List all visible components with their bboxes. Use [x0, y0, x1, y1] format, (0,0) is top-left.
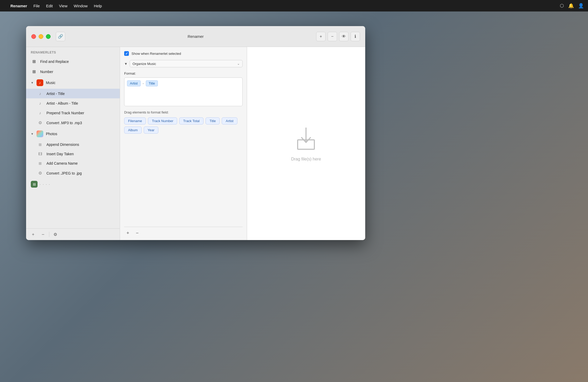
- maximize-button[interactable]: [46, 34, 51, 39]
- convert-jpeg-icon: ⚙: [37, 171, 43, 176]
- menubar-help[interactable]: Help: [94, 4, 102, 8]
- chain-icon: 🔗: [58, 34, 63, 39]
- menubar-window[interactable]: Window: [74, 4, 87, 8]
- sidebar-item-find-replace[interactable]: ⊞ Find and Replace: [26, 56, 120, 67]
- convert-mp3-icon: ⚙: [37, 120, 43, 125]
- format-separator-dash: -: [142, 80, 145, 86]
- drag-token-year[interactable]: Year: [144, 127, 158, 134]
- drop-zone[interactable]: Drag file(s) here: [291, 126, 321, 162]
- sidebar-add-icon: ＋: [31, 232, 35, 237]
- menubar-edit[interactable]: Edit: [46, 4, 53, 8]
- organize-music-dropdown[interactable]: Organize Music ⌄: [130, 60, 243, 67]
- show-when-row: ✓ Show when Renamerlet selected: [124, 51, 243, 56]
- format-field[interactable]: Artist - Title: [124, 77, 243, 106]
- sidebar-group-music[interactable]: ▼ ♪ Music: [26, 77, 120, 89]
- sidebar-group-label-photos: Photos: [46, 132, 57, 136]
- center-remove-button[interactable]: −: [134, 230, 141, 236]
- menubar-file[interactable]: File: [33, 4, 40, 8]
- drag-token-track-number[interactable]: Track Number: [148, 117, 177, 124]
- window-title: Renamer: [188, 34, 204, 39]
- titlebar-right-buttons: + − 👁 ℹ: [316, 32, 360, 41]
- sidebar-item-label-convert-jpeg: Convert .JPEG to .jpg: [46, 171, 82, 175]
- sidebar-item-convert-mp3[interactable]: ⚙ Convert .MP3 to .mp3: [26, 118, 120, 128]
- drop-zone-icon: [293, 126, 319, 152]
- sidebar-item-artist-album-title[interactable]: ♪ Artist - Album - Title: [26, 98, 120, 108]
- right-panel: Drag file(s) here: [247, 47, 365, 240]
- show-when-checkbox[interactable]: ✓: [124, 51, 129, 56]
- preview-button[interactable]: 👁: [339, 32, 349, 41]
- system-icon-3: 👤: [578, 3, 584, 9]
- artist-title-icon: ♪: [37, 91, 43, 96]
- chain-button[interactable]: 🔗: [56, 32, 65, 41]
- sidebar-item-label-artist-title: Artist - Title: [46, 92, 65, 96]
- titlebar: 🔗 Renamer + − 👁 ℹ: [26, 26, 365, 47]
- sidebar-item-append-dimensions[interactable]: ⊞ Append Dimensions: [26, 140, 120, 149]
- append-dimensions-icon: ⊞: [37, 142, 43, 147]
- format-token-artist[interactable]: Artist: [127, 80, 141, 86]
- sidebar-item-insert-day[interactable]: 🎞 Insert Day Taken: [26, 149, 120, 159]
- sidebar-gear-button[interactable]: ⚙: [51, 231, 59, 237]
- dropdown-row: ▼ Organize Music ⌄: [124, 60, 243, 67]
- minimize-button[interactable]: [39, 34, 43, 39]
- center-add-icon: +: [127, 230, 129, 236]
- eye-icon: 👁: [342, 34, 346, 39]
- format-label: Format:: [124, 71, 243, 75]
- drag-token-title[interactable]: Title: [206, 117, 220, 124]
- plus-icon: +: [320, 34, 322, 39]
- remove-renamerlet-button[interactable]: −: [328, 32, 337, 41]
- dropdown-value: Organize Music: [133, 62, 156, 66]
- drag-token-filename[interactable]: Filename: [124, 117, 146, 124]
- photos-disclosure-triangle: ▼: [31, 132, 34, 135]
- loading-dots-label: · · · ·: [40, 182, 50, 186]
- close-button[interactable]: [31, 34, 36, 39]
- music-group-icon: ♪: [37, 79, 43, 86]
- main-window: 🔗 Renamer + − 👁 ℹ Renamerlets ⊞ F: [26, 26, 365, 240]
- dropdown-arrow-icon: ⌄: [237, 62, 240, 65]
- sidebar-item-label-convert-mp3: Convert .MP3 to .mp3: [46, 121, 82, 125]
- sidebar-item-label-find-replace: Find and Replace: [40, 59, 69, 64]
- system-icon-2: 🔔: [568, 3, 574, 9]
- add-camera-icon: ⊞: [37, 161, 43, 165]
- sidebar-remove-button[interactable]: –: [39, 231, 47, 237]
- sidebar-item-number[interactable]: ⊞ Number: [26, 67, 120, 77]
- sidebar-item-artist-title[interactable]: ♪ Artist - Title: [26, 89, 120, 98]
- content-area: Renamerlets ⊞ Find and Replace ⊞ Number …: [26, 47, 365, 240]
- insert-day-icon: 🎞: [37, 152, 43, 156]
- dropdown-disclosure-triangle[interactable]: ▼: [124, 62, 128, 66]
- show-when-label: Show when Renamerlet selected: [131, 52, 181, 56]
- music-note-glyph: ♪: [39, 81, 41, 85]
- drag-token-artist[interactable]: Artist: [222, 117, 237, 124]
- stack-icon: ▤: [31, 181, 38, 188]
- minus-icon: −: [331, 34, 333, 39]
- menubar-app-name[interactable]: Renamer: [10, 4, 27, 8]
- sidebar-item-add-camera[interactable]: ⊞ Add Camera Name: [26, 159, 120, 168]
- sidebar-item-label-prepend-track: Prepend Track Number: [46, 111, 84, 115]
- sidebar-group-photos[interactable]: ▼ Photos: [26, 128, 120, 140]
- sidebar-item-convert-jpeg[interactable]: ⚙ Convert .JPEG to .jpg: [26, 168, 120, 178]
- drag-elements-label: Drag elements to format field:: [124, 110, 243, 114]
- center-add-button[interactable]: +: [124, 230, 131, 236]
- sidebar-item-prepend-track[interactable]: ♪ Prepend Track Number: [26, 108, 120, 118]
- prepend-track-icon: ♪: [37, 111, 43, 115]
- sidebar-item-label-number: Number: [40, 70, 53, 74]
- center-panel: ✓ Show when Renamerlet selected ▼ Organi…: [120, 47, 247, 240]
- menubar-view[interactable]: View: [59, 4, 67, 8]
- sidebar-add-button[interactable]: ＋: [29, 231, 37, 237]
- drag-token-track-total[interactable]: Track Total: [179, 117, 203, 124]
- drop-zone-text: Drag file(s) here: [291, 157, 321, 162]
- format-token-title[interactable]: Title: [146, 80, 158, 86]
- sidebar-item-label-artist-album-title: Artist - Album - Title: [46, 101, 78, 105]
- artist-album-title-icon: ♪: [37, 101, 43, 105]
- traffic-lights: [31, 34, 51, 39]
- info-button[interactable]: ℹ: [351, 32, 360, 41]
- sidebar-item-label-add-camera: Add Camera Name: [46, 161, 78, 165]
- sidebar-header: Renamerlets: [26, 47, 120, 56]
- sidebar-gear-icon: ⚙: [53, 232, 57, 237]
- drag-token-album[interactable]: Album: [124, 127, 142, 134]
- drag-elements-container: Filename Track Number Track Total Title …: [124, 117, 243, 134]
- add-renamerlet-button[interactable]: +: [316, 32, 326, 41]
- stack-glyph: ▤: [33, 182, 36, 186]
- sidebar-item-label-insert-day: Insert Day Taken: [46, 152, 74, 156]
- sidebar-item-loading[interactable]: ▤ · · · ·: [26, 178, 120, 190]
- center-remove-icon: −: [136, 230, 139, 236]
